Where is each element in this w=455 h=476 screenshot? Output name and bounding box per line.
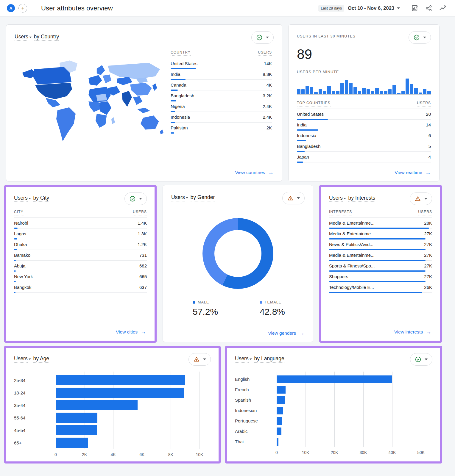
dimension-label[interactable]: by Country — [34, 34, 59, 41]
view-cities-link[interactable]: View cities→ — [116, 329, 146, 335]
link-label: View cities — [116, 329, 138, 335]
male-legend-dot — [193, 301, 195, 304]
bar-category-label: Portuguese — [235, 416, 272, 426]
gender-donut-chart — [202, 218, 273, 289]
view-genders-link[interactable]: View genders→ — [268, 330, 305, 336]
minute-bar — [336, 91, 339, 94]
view-interests-link[interactable]: View interests→ — [394, 329, 431, 335]
row-label: Media & Entertainme... — [329, 231, 375, 236]
avatar[interactable]: A — [7, 4, 15, 12]
minute-bar — [327, 86, 331, 94]
dimension-label[interactable]: by Gender — [191, 194, 215, 201]
row-bar — [297, 130, 431, 130]
chevron-down-icon — [397, 7, 400, 9]
warning-icon — [193, 356, 200, 363]
warning-icon — [415, 195, 421, 202]
card-title: Users by Language — [235, 353, 284, 362]
table-header: INTERESTS USERS — [329, 210, 432, 218]
arrow-right-icon: → — [141, 329, 146, 335]
minute-bar — [419, 93, 422, 94]
axis-tick-label: 0 — [275, 450, 278, 455]
view-realtime-link[interactable]: View realtime→ — [395, 170, 431, 175]
column-header-dimension: CITY — [14, 210, 24, 215]
row-value: 26K — [424, 285, 432, 290]
row-label: Bangladesh — [297, 144, 320, 149]
table-row: India 14 — [297, 120, 431, 130]
bar-category-label: Spanish — [235, 395, 272, 405]
customize-report-icon[interactable] — [411, 4, 419, 12]
dimension-label[interactable]: by City — [33, 195, 49, 202]
date-range-selector[interactable]: Oct 10 - Nov 6, 2023 — [348, 5, 400, 11]
minute-bar — [371, 91, 374, 94]
row-label: Bangkok — [14, 285, 31, 290]
minute-bar — [306, 86, 309, 94]
insights-icon[interactable] — [439, 4, 447, 12]
ok-check-icon — [413, 34, 420, 41]
status-badge[interactable] — [251, 31, 274, 44]
legend-male: MALE 57.2% — [193, 300, 218, 317]
bar-category-label: 65+ — [14, 436, 51, 449]
row-label: Abuja — [14, 263, 25, 268]
warning-icon — [287, 195, 294, 201]
metric-selector[interactable]: Users — [329, 195, 343, 202]
dimension-label[interactable]: by Interests — [348, 195, 375, 202]
status-badge[interactable] — [124, 192, 147, 205]
row-value: 4 — [428, 154, 431, 159]
users-last-30-min-value: 89 — [297, 46, 431, 62]
metric-selector[interactable]: Users — [14, 356, 28, 363]
status-badge[interactable] — [410, 192, 432, 205]
metric-selector[interactable]: Users — [235, 356, 249, 363]
card-title: Users by Country — [15, 31, 59, 40]
row-value: 2.4K — [263, 115, 272, 120]
table-row: Bangladesh 5 — [297, 141, 431, 152]
row-value: 27K — [424, 253, 432, 258]
share-icon[interactable] — [425, 5, 432, 12]
add-comparison-button[interactable]: + — [18, 4, 27, 12]
users-per-minute-chart — [297, 78, 431, 95]
arrow-right-icon: → — [299, 330, 305, 336]
female-legend-dot — [260, 301, 262, 304]
bar — [56, 413, 97, 423]
date-range-text: Oct 10 - Nov 6, 2023 — [348, 5, 394, 11]
minute-bar — [367, 89, 370, 94]
metric-selector[interactable]: Users — [171, 194, 185, 201]
row-value: 28K — [424, 220, 432, 226]
language-bar-chart: EnglishFrenchSpanishIndonesianPortuguese… — [235, 374, 432, 456]
metric-selector[interactable]: Users — [15, 34, 28, 41]
metric-selector[interactable]: Users — [14, 195, 28, 202]
row-label: Canada — [171, 82, 186, 87]
view-countries-link[interactable]: View countries→ — [235, 170, 274, 175]
row-value: 4K — [267, 82, 272, 87]
page-title: User attributes overview — [41, 4, 113, 12]
status-badge[interactable] — [188, 353, 211, 366]
minute-bar — [397, 93, 401, 94]
minute-bar — [375, 88, 379, 94]
table-row: Bangkok 637 — [14, 282, 147, 293]
female-percentage: 42.8% — [260, 307, 285, 317]
column-header-dimension: COUNTRY — [171, 50, 191, 56]
row-value: 731 — [139, 253, 147, 258]
ok-check-icon — [415, 356, 421, 363]
minute-bar — [314, 92, 318, 94]
minute-bar — [323, 91, 327, 94]
row-label: United States — [171, 61, 197, 66]
minute-bar — [427, 91, 431, 94]
table-row: New York 665 — [14, 271, 147, 282]
users-by-country-card: Users by Country COUNTRY — [6, 24, 282, 181]
axis-tick-label: 10K — [302, 450, 309, 455]
row-bar — [329, 239, 432, 239]
row-bar — [14, 271, 147, 271]
column-header-metric: USERS — [417, 101, 431, 107]
row-label: Pakistan — [171, 125, 188, 130]
row-bar — [297, 162, 431, 162]
dimension-label[interactable]: by Age — [33, 356, 49, 363]
bar — [56, 375, 185, 385]
dimension-label[interactable]: by Language — [254, 356, 284, 363]
row-bar — [329, 260, 432, 261]
row-bar — [329, 228, 432, 228]
status-badge[interactable] — [409, 31, 431, 44]
row-label: Indonesia — [297, 133, 316, 138]
status-badge[interactable] — [282, 192, 305, 204]
status-badge[interactable] — [410, 353, 432, 366]
chevron-down-icon — [29, 358, 31, 360]
